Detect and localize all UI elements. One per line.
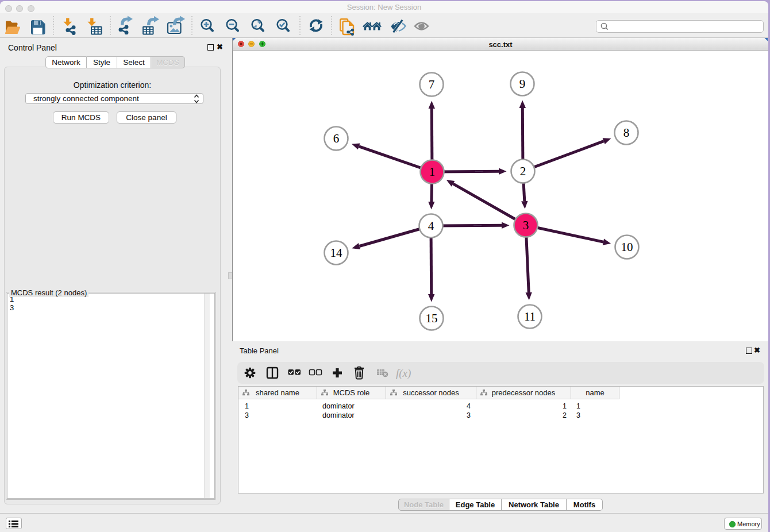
svg-text:3: 3 xyxy=(523,218,529,232)
svg-text:15: 15 xyxy=(426,311,438,325)
svg-text:4: 4 xyxy=(428,219,434,233)
svg-text:14: 14 xyxy=(330,246,343,260)
svg-text:f(x): f(x) xyxy=(396,367,411,380)
svg-text:9: 9 xyxy=(519,77,526,91)
svg-text:6: 6 xyxy=(333,132,340,145)
svg-text:1: 1 xyxy=(429,165,436,179)
svg-text:2: 2 xyxy=(520,164,526,178)
svg-text:7: 7 xyxy=(429,78,435,91)
svg-text:11: 11 xyxy=(524,310,536,323)
svg-text:8: 8 xyxy=(623,126,630,140)
svg-text:10: 10 xyxy=(621,240,633,254)
